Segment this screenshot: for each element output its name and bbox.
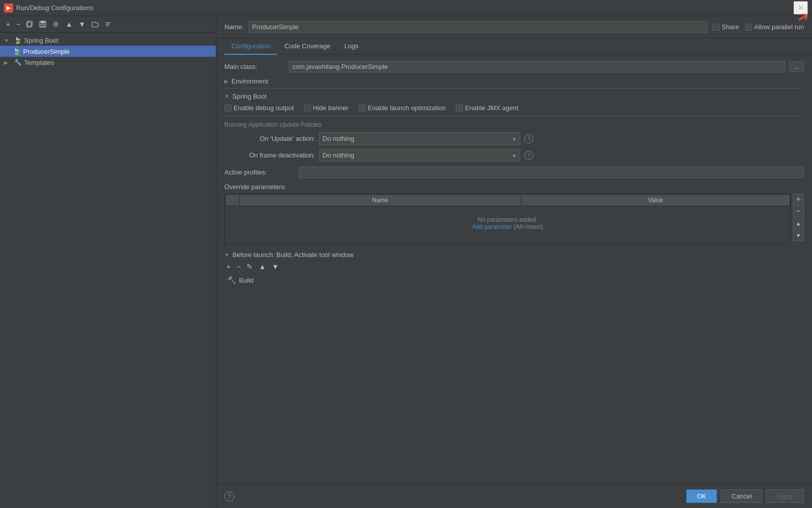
params-table-wrapper: Name Value No parameters added. [224, 194, 791, 245]
toolbar: + − ▲ ▼ [0, 16, 216, 33]
folder-button[interactable] [90, 20, 101, 28]
tree-area: ▼ 🍃 Spring Boot 🍃 ProducerSimple ▶ 🔧 Tem… [0, 33, 216, 508]
override-params-section: Override parameters: Name Value [224, 183, 804, 245]
main-class-input[interactable] [289, 61, 785, 72]
on-update-row: On 'Update' action: Do nothing Update cl… [224, 132, 804, 145]
profiles-row: Active profiles: [224, 166, 804, 178]
tab-logs[interactable]: Logs [337, 38, 365, 55]
tab-code-coverage[interactable]: Code Coverage [277, 38, 337, 55]
env-separator [224, 88, 804, 89]
add-config-button[interactable]: + [4, 19, 12, 29]
debug-output-label: Enable debug output [233, 104, 294, 112]
table-sidebar: + − ▲ ▼ [793, 194, 804, 245]
title-bar: ▶ Run/Debug Configurations ✕ [0, 0, 812, 16]
share-checkbox[interactable] [712, 24, 719, 31]
share-label: Share [721, 23, 739, 31]
bl-edit-button[interactable]: ✎ [245, 262, 255, 272]
on-frame-select-wrapper: Do nothing Update classes and resources … [319, 149, 520, 161]
spring-boot-icon: 🍃 [13, 36, 22, 44]
cancel-button[interactable]: Cancel [721, 489, 762, 503]
on-update-select[interactable]: Do nothing Update classes and resources … [319, 132, 520, 145]
hide-banner-checkbox-container[interactable]: Hide banner [304, 104, 349, 112]
before-launch-label: Before launch: Build, Activate tool wind… [232, 251, 354, 259]
add-param-line: Add parameter (Alt+Insert) [235, 223, 780, 230]
allow-parallel-checkbox-container[interactable]: Allow parallel run [745, 23, 804, 31]
main-class-label: Main class: [224, 63, 285, 70]
col-checkbox [225, 195, 239, 206]
spring-boot-section-header[interactable]: ▼ Spring Boot [224, 93, 804, 100]
left-panel: + − ▲ ▼ ▼ 🍃 [0, 16, 216, 508]
launch-opt-label: Enable launch optimization [368, 104, 446, 112]
launch-opt-checkbox[interactable] [359, 105, 366, 112]
profiles-input[interactable] [299, 166, 804, 178]
params-table-container: Name Value No parameters added. [224, 194, 804, 245]
policies-section: Running Application Update Policies On '… [224, 121, 804, 161]
params-table: Name Value No parameters added. [225, 194, 790, 240]
share-checkbox-container[interactable]: Share [712, 23, 739, 31]
bl-add-button[interactable]: + [224, 262, 232, 272]
help-button[interactable]: ? [224, 491, 234, 501]
tab-configuration[interactable]: Configuration [224, 38, 277, 55]
build-label: Build [239, 277, 254, 284]
copy-config-button[interactable] [24, 20, 35, 29]
remove-config-button[interactable]: − [14, 19, 22, 29]
spring-boot-section-label: Spring Boot [232, 93, 267, 100]
debug-output-checkbox[interactable] [224, 105, 231, 112]
svg-rect-4 [41, 24, 44, 27]
sort-button[interactable] [103, 20, 114, 29]
move-up-button[interactable]: ▲ [63, 19, 74, 29]
bl-move-up-button[interactable]: ▲ [257, 262, 268, 272]
allow-parallel-checkbox[interactable] [745, 24, 752, 31]
producer-simple-item[interactable]: 🍃 ProducerSimple [0, 46, 216, 57]
main-container: + − ▲ ▼ ▼ 🍃 [0, 16, 812, 508]
apply-button[interactable]: Apply [766, 489, 804, 503]
add-param-link[interactable]: Add parameter [472, 223, 512, 230]
content-area: Main class: ... ▶ Environment ▼ Spring B… [216, 55, 812, 484]
on-update-help-icon[interactable]: ? [524, 134, 533, 143]
name-right: Share Allow parallel run ➔ [712, 23, 804, 31]
no-params-area: No parameters added. Add parameter (Alt+… [225, 206, 790, 240]
scroll-up-button[interactable]: ▲ [793, 218, 804, 229]
before-launch-header: ▼ Before launch: Build, Activate tool wi… [224, 251, 804, 259]
move-down-button[interactable]: ▼ [76, 19, 88, 29]
close-button[interactable]: ✕ [793, 1, 808, 15]
window-title: Run/Debug Configurations [16, 4, 793, 12]
environment-section-header[interactable]: ▶ Environment [224, 77, 804, 85]
wrench-icon: 🔧 [13, 58, 22, 66]
on-frame-help-icon[interactable]: ? [524, 151, 533, 160]
on-frame-select[interactable]: Do nothing Update classes and resources … [319, 149, 520, 161]
hide-banner-checkbox[interactable] [304, 105, 311, 112]
jmx-checkbox-container[interactable]: Enable JMX agent [456, 104, 518, 112]
on-update-label: On 'Update' action: [224, 135, 315, 142]
tabs-bar: Configuration Code Coverage Logs [216, 38, 812, 55]
scroll-down-button[interactable]: ▼ [793, 230, 804, 241]
name-row: Name: Share Allow parallel run ➔ [216, 16, 812, 38]
build-item: 🔨 Build [224, 275, 804, 286]
svg-rect-3 [41, 21, 45, 23]
templates-item[interactable]: ▶ 🔧 Templates [0, 57, 216, 68]
add-param-hint: (Alt+Insert) [512, 223, 543, 230]
settings-button[interactable] [50, 20, 61, 29]
debug-output-checkbox-container[interactable]: Enable debug output [224, 104, 294, 112]
svg-point-5 [55, 23, 57, 26]
chevron-right-icon: ▶ [4, 60, 12, 65]
save-config-button[interactable] [37, 20, 48, 29]
remove-param-button[interactable]: − [793, 206, 804, 217]
spring-boot-group[interactable]: ▼ 🍃 Spring Boot [0, 35, 216, 46]
spring-chevron-icon: ▼ [224, 94, 229, 99]
bottom-right: OK Cancel Apply [242, 484, 812, 508]
policies-title: Running Application Update Policies [224, 121, 804, 128]
spring-boot-options: Enable debug output Hide banner Enable l… [224, 104, 804, 112]
env-chevron-icon: ▶ [224, 78, 228, 84]
on-update-select-wrapper: Do nothing Update classes and resources … [319, 132, 520, 145]
launch-opt-checkbox-container[interactable]: Enable launch optimization [359, 104, 446, 112]
name-input[interactable] [249, 21, 707, 33]
full-bottom-bar: ? OK Cancel Apply [216, 484, 812, 508]
jmx-checkbox[interactable] [456, 105, 463, 112]
bl-move-down-button[interactable]: ▼ [270, 262, 281, 272]
add-param-button[interactable]: + [793, 194, 804, 205]
ok-button[interactable]: OK [686, 489, 717, 503]
bl-remove-button[interactable]: − [234, 262, 242, 272]
environment-label: Environment [231, 77, 268, 85]
browse-button[interactable]: ... [789, 61, 804, 72]
